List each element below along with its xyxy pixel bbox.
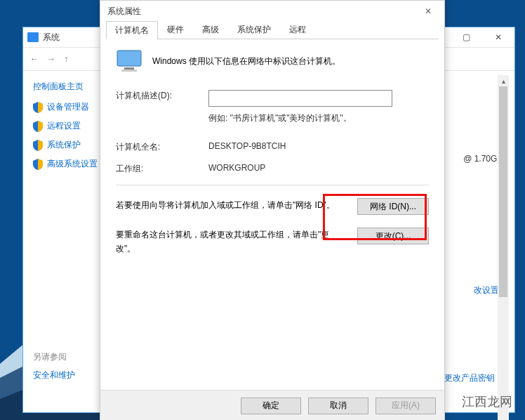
nav-back-icon[interactable]: ← [30, 54, 39, 64]
workgroup-label: 工作组: [116, 163, 208, 175]
svg-rect-3 [117, 51, 141, 66]
sidebar-label: 系统保护 [47, 139, 81, 151]
intro-row: Windows 使用以下信息在网络中标识这台计算机。 [116, 49, 429, 73]
cancel-button[interactable]: 取消 [308, 398, 368, 414]
tab-remote[interactable]: 远程 [280, 20, 315, 39]
monitor-icon [116, 49, 142, 73]
system-title: 系统 [43, 32, 60, 44]
description-hint: 例如: "书房计算机"或"美玲的计算机"。 [208, 112, 429, 124]
sidebar-label: 高级系统设置 [47, 158, 98, 170]
scroll-down-icon[interactable]: ▾ [498, 415, 509, 420]
change-product-key-link[interactable]: 更改产品密钥 [444, 372, 495, 384]
fullname-value: DESKTOP-9B8TCIH [208, 141, 429, 153]
sidebar-label: 设备管理器 [47, 101, 89, 113]
tab-strip: 计算机名 硬件 高级 系统保护 远程 [106, 22, 439, 39]
maximize-button[interactable]: ▢ [450, 27, 482, 47]
svg-rect-5 [121, 70, 137, 72]
scroll-up-icon[interactable]: ▴ [498, 75, 509, 86]
dialog-body: Windows 使用以下信息在网络中标识这台计算机。 计算机描述(D): 例如:… [100, 39, 444, 256]
close-button[interactable]: ✕ [482, 27, 514, 47]
shield-icon [33, 121, 43, 132]
description-input[interactable] [208, 90, 392, 107]
system-properties-dialog: 系统属性 ✕ 计算机名 硬件 高级 系统保护 远程 Windows 使用以下信息… [100, 0, 445, 420]
scroll-thumb[interactable] [499, 86, 507, 297]
change-button[interactable]: 更改(C)... [357, 228, 429, 244]
fullname-label: 计算机全名: [116, 141, 208, 153]
system-icon [27, 32, 39, 42]
tab-system-protection[interactable]: 系统保护 [228, 20, 280, 39]
intro-text: Windows 使用以下信息在网络中标识这台计算机。 [152, 55, 340, 67]
scrollbar[interactable]: ▴ ▾ [498, 75, 509, 420]
change-settings-link[interactable]: 改设置 [474, 284, 499, 296]
network-id-text: 若要使用向导将计算机加入域或工作组，请单击"网络 ID"。 [116, 198, 345, 212]
nav-forward-icon[interactable]: → [47, 54, 55, 64]
shield-icon [33, 159, 43, 170]
apply-button[interactable]: 应用(A) [376, 398, 436, 414]
shield-icon [33, 102, 43, 113]
rename-text: 要重命名这台计算机，或者更改其域或工作组，请单击"更改"。 [116, 228, 345, 256]
tab-hardware[interactable]: 硬件 [158, 20, 193, 39]
tab-advanced[interactable]: 高级 [193, 20, 228, 39]
nav-up-icon[interactable]: ↑ [64, 54, 68, 64]
also-see-heading: 另请参阅 [33, 351, 67, 363]
dialog-title: 系统属性 [100, 1, 444, 22]
network-id-button[interactable]: 网络 ID(N)... [357, 198, 429, 215]
security-maintenance-link[interactable]: 安全和维护 [33, 369, 75, 381]
dialog-close-button[interactable]: ✕ [412, 1, 444, 22]
sidebar-label: 远程设置 [47, 120, 81, 132]
workgroup-value: WORKGROUP [208, 163, 429, 175]
tab-computer-name[interactable]: 计算机名 [106, 21, 158, 39]
ok-button[interactable]: 确定 [241, 398, 301, 414]
shield-icon [33, 140, 43, 151]
watermark: 江西龙网 [462, 393, 512, 410]
dialog-footer: 确定 取消 应用(A) [100, 390, 444, 420]
description-label: 计算机描述(D): [116, 90, 208, 107]
svg-rect-4 [124, 67, 134, 70]
